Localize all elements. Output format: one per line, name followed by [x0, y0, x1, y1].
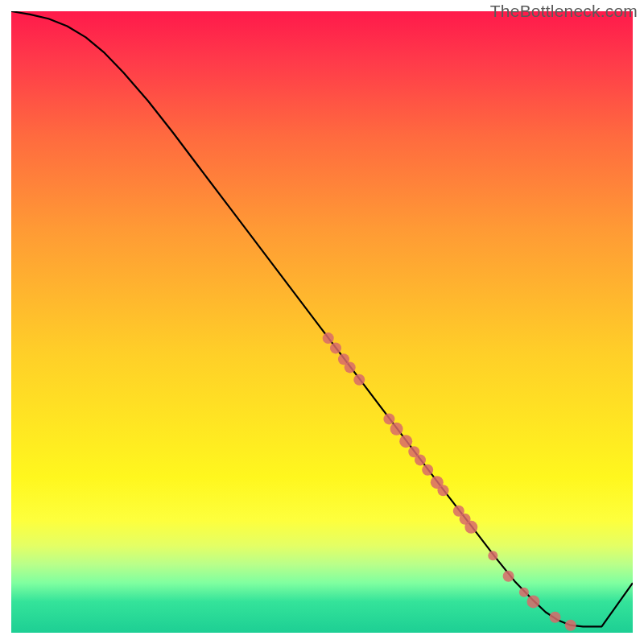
data-point: [390, 423, 403, 436]
data-point: [503, 571, 514, 582]
data-point: [519, 588, 529, 597]
data-point: [464, 521, 477, 534]
data-point: [488, 551, 497, 560]
data-point: [438, 485, 449, 496]
chart-overlay-svg: [11, 11, 633, 633]
data-point: [415, 454, 426, 465]
attribution-label: TheBottleneck.com: [490, 2, 638, 21]
data-point: [383, 413, 394, 424]
data-point: [330, 342, 341, 353]
data-point: [323, 332, 334, 344]
data-point: [527, 595, 540, 608]
chart-stage: TheBottleneck.com: [0, 0, 644, 644]
data-point: [422, 464, 433, 476]
data-point: [565, 620, 576, 631]
data-point: [353, 374, 365, 386]
data-point-group: [323, 332, 576, 631]
bottleneck-curve: [11, 11, 633, 626]
plot-area: [11, 11, 633, 633]
data-point: [399, 435, 412, 448]
data-point: [550, 612, 561, 623]
data-point: [345, 361, 356, 373]
